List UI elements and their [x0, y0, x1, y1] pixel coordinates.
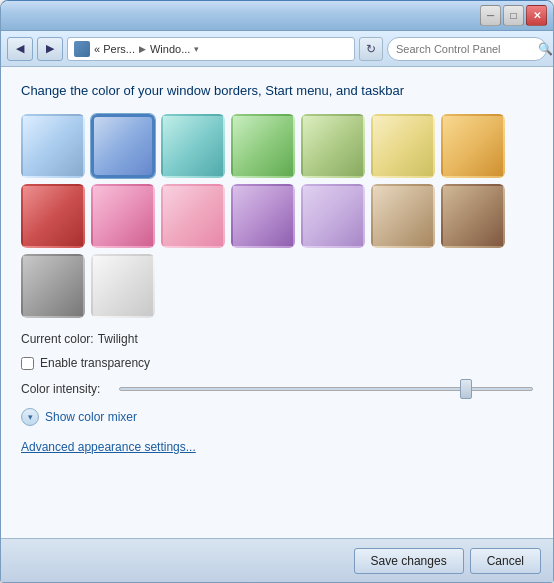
- forward-button[interactable]: ▶: [37, 37, 63, 61]
- swatch-row-3: [21, 254, 533, 318]
- page-title: Change the color of your window borders,…: [21, 83, 533, 98]
- search-icon: 🔍: [538, 42, 553, 56]
- swatch-violet[interactable]: [231, 184, 295, 248]
- mixer-label: Show color mixer: [45, 410, 137, 424]
- close-button[interactable]: ✕: [526, 5, 547, 26]
- swatch-moss[interactable]: [301, 114, 365, 178]
- intensity-label: Color intensity:: [21, 382, 111, 396]
- search-input[interactable]: [396, 43, 534, 55]
- window: ─ □ ✕ ◀ ▶ « Pers... ▶ Windo... ▾ ↻ 🔍 Cha…: [0, 0, 554, 583]
- cancel-button[interactable]: Cancel: [470, 548, 541, 574]
- maximize-button[interactable]: □: [503, 5, 524, 26]
- mixer-row[interactable]: ▾ Show color mixer: [21, 408, 533, 426]
- swatch-taupe[interactable]: [371, 184, 435, 248]
- swatch-row-1: [21, 114, 533, 178]
- mixer-chevron-icon: ▾: [21, 408, 39, 426]
- swatch-fuchsia[interactable]: [91, 184, 155, 248]
- swatch-row-2: [21, 184, 533, 248]
- swatch-frost[interactable]: [91, 254, 155, 318]
- refresh-button[interactable]: ↻: [359, 37, 383, 61]
- current-color-label: Current color:: [21, 332, 94, 346]
- back-button[interactable]: ◀: [7, 37, 33, 61]
- swatch-pumpkin[interactable]: [371, 114, 435, 178]
- breadcrumb-dropdown-icon: ▾: [194, 44, 199, 54]
- current-color-value: Twilight: [98, 332, 138, 346]
- advanced-appearance-link[interactable]: Advanced appearance settings...: [21, 440, 196, 454]
- title-bar-buttons: ─ □ ✕: [480, 5, 547, 26]
- swatch-slate[interactable]: [21, 254, 85, 318]
- title-bar: ─ □ ✕: [1, 1, 553, 31]
- breadcrumb[interactable]: « Pers... ▶ Windo... ▾: [67, 37, 355, 61]
- transparency-row: Enable transparency: [21, 356, 533, 370]
- swatch-ruby[interactable]: [21, 184, 85, 248]
- intensity-row: Color intensity:: [21, 382, 533, 396]
- search-box[interactable]: 🔍: [387, 37, 547, 61]
- content-area: Change the color of your window borders,…: [1, 67, 553, 538]
- breadcrumb-icon: [74, 41, 90, 57]
- swatch-chocolate[interactable]: [441, 184, 505, 248]
- swatch-twilight[interactable]: [91, 114, 155, 178]
- save-changes-button[interactable]: Save changes: [354, 548, 464, 574]
- address-bar: ◀ ▶ « Pers... ▶ Windo... ▾ ↻ 🔍: [1, 31, 553, 67]
- footer: Save changes Cancel: [1, 538, 553, 582]
- current-color-row: Current color: Twilight: [21, 332, 533, 346]
- breadcrumb-part1: « Pers...: [94, 43, 135, 55]
- swatch-lavender[interactable]: [301, 184, 365, 248]
- swatch-sky[interactable]: [21, 114, 85, 178]
- swatch-leaf[interactable]: [231, 114, 295, 178]
- breadcrumb-part2: Windo...: [150, 43, 190, 55]
- swatch-blaze[interactable]: [441, 114, 505, 178]
- swatches-grid: [21, 114, 533, 318]
- enable-transparency-checkbox[interactable]: [21, 357, 34, 370]
- swatch-sea[interactable]: [161, 114, 225, 178]
- enable-transparency-label: Enable transparency: [40, 356, 150, 370]
- breadcrumb-arrow-icon: ▶: [139, 44, 146, 54]
- swatch-blush[interactable]: [161, 184, 225, 248]
- intensity-slider[interactable]: [119, 387, 533, 391]
- minimize-button[interactable]: ─: [480, 5, 501, 26]
